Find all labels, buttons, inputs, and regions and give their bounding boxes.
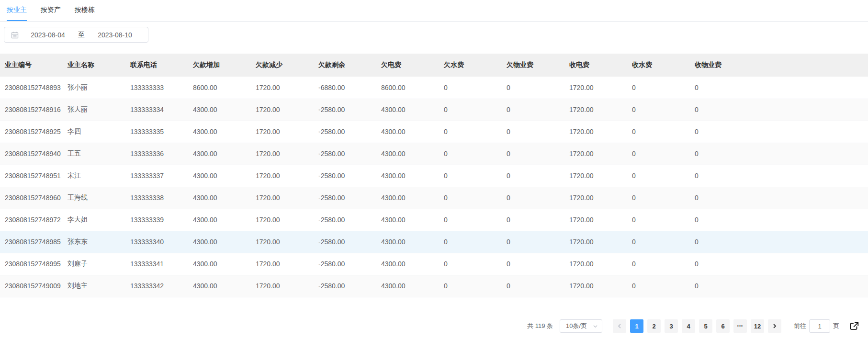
prev-page-button[interactable] [613, 319, 626, 333]
table-cell: 0 [627, 143, 690, 165]
calendar-icon [11, 31, 19, 39]
table-cell: 133333335 [125, 121, 188, 143]
table-cell: 4300.00 [376, 187, 439, 209]
tab-by-owner[interactable]: 按业主 [7, 0, 27, 21]
table-cell: 133333341 [125, 253, 188, 275]
column-header: 欠水费 [439, 54, 502, 77]
table-cell: 1720.00 [564, 143, 627, 165]
table-cell: 0 [690, 253, 868, 275]
table-cell: 0 [439, 99, 502, 121]
export-button[interactable] [849, 320, 860, 332]
page-button-3[interactable]: 3 [665, 319, 678, 333]
filter-bar: 2023-08-04 至 2023-08-10 [0, 22, 868, 43]
table-cell: 0 [439, 209, 502, 231]
pagination-bar: 共 119 条 10条/页 123456•••12 前往 页 [527, 319, 860, 333]
chevron-down-icon [593, 324, 598, 329]
table-cell: 0 [502, 143, 564, 165]
table-cell: 1720.00 [251, 121, 314, 143]
page-button-4[interactable]: 4 [682, 319, 695, 333]
table-cell: 0 [627, 99, 690, 121]
table-cell: 0 [502, 121, 564, 143]
next-page-button[interactable] [768, 319, 781, 333]
table-row: 230808152748960王海线1333333384300.001720.0… [0, 187, 868, 209]
table-cell: 0 [690, 187, 868, 209]
table-cell: 0 [439, 187, 502, 209]
table-cell: 4300.00 [376, 253, 439, 275]
table-cell: 王海线 [63, 187, 125, 209]
table-cell: 4300.00 [188, 209, 251, 231]
table-cell: 133333333 [125, 77, 188, 99]
table-cell: 133333339 [125, 209, 188, 231]
page-button-1[interactable]: 1 [630, 319, 643, 333]
tab-by-building[interactable]: 按楼栋 [75, 0, 95, 21]
table-cell: 刘麻子 [63, 253, 125, 275]
table-cell: 0 [439, 275, 502, 297]
table-cell: 1720.00 [251, 187, 314, 209]
table-cell: 4300.00 [188, 253, 251, 275]
page-more-button[interactable]: ••• [733, 319, 747, 333]
column-header: 欠电费 [376, 54, 439, 77]
table-row: 230808152748985张东东1333333404300.001720.0… [0, 231, 868, 253]
table-cell: 0 [690, 99, 868, 121]
table-cell: 133333334 [125, 99, 188, 121]
owners-arrears-table: 业主编号业主名称联系电话欠款增加欠款减少欠款剩余欠电费欠水费欠物业费收电费收水费… [0, 54, 868, 297]
table-cell: -6880.00 [314, 77, 376, 99]
table-cell: 4300.00 [376, 121, 439, 143]
table-cell: 4300.00 [376, 99, 439, 121]
table-cell: 0 [502, 253, 564, 275]
table-cell: 4300.00 [188, 165, 251, 187]
table-cell: -2580.00 [314, 231, 376, 253]
table-cell: 4300.00 [376, 275, 439, 297]
table-cell: -2580.00 [314, 99, 376, 121]
end-date-input[interactable]: 2023-08-10 [86, 31, 144, 39]
table-cell: 0 [690, 121, 868, 143]
page-button-5[interactable]: 5 [699, 319, 712, 333]
table-cell: 刘地主 [63, 275, 125, 297]
total-count-label: 共 119 条 [527, 322, 553, 330]
column-header: 收电费 [564, 54, 627, 77]
page-button-12[interactable]: 12 [751, 319, 764, 333]
table-cell: 0 [502, 231, 564, 253]
table-cell: 1720.00 [251, 231, 314, 253]
table-cell: 133333337 [125, 165, 188, 187]
table-cell: 0 [627, 165, 690, 187]
table-cell: 0 [502, 77, 564, 99]
table-cell: 0 [627, 187, 690, 209]
column-header: 欠款剩余 [314, 54, 376, 77]
page-button-6[interactable]: 6 [716, 319, 730, 333]
table-cell: 张东东 [63, 231, 125, 253]
table-cell: -2580.00 [314, 121, 376, 143]
page-size-select[interactable]: 10条/页 [560, 319, 602, 333]
table-cell: 1720.00 [251, 253, 314, 275]
table-cell: 0 [439, 231, 502, 253]
table-cell: 0 [690, 165, 868, 187]
table-cell: 4300.00 [188, 143, 251, 165]
table-cell: -2580.00 [314, 253, 376, 275]
table-cell: 0 [690, 77, 868, 99]
column-header: 欠款减少 [251, 54, 314, 77]
table-cell: 1720.00 [251, 143, 314, 165]
tab-by-asset[interactable]: 按资产 [41, 0, 61, 21]
tab-bar: 按业主 按资产 按楼栋 [0, 0, 868, 22]
table-cell: 0 [627, 253, 690, 275]
export-icon [849, 321, 859, 331]
jump-suffix-label: 页 [833, 322, 839, 330]
column-header: 收物业费 [690, 54, 868, 77]
jump-page-input[interactable] [809, 319, 830, 333]
chevron-right-icon [772, 323, 778, 329]
table-cell: -2580.00 [314, 165, 376, 187]
table-cell: 230808152748940 [0, 143, 63, 165]
table-cell: -2580.00 [314, 209, 376, 231]
date-range-picker[interactable]: 2023-08-04 至 2023-08-10 [4, 27, 148, 43]
table-cell: 1720.00 [564, 231, 627, 253]
start-date-input[interactable]: 2023-08-04 [19, 31, 77, 39]
table-row: 230808152748972李大姐1333333394300.001720.0… [0, 209, 868, 231]
table-cell: 0 [690, 143, 868, 165]
table-cell: 宋江 [63, 165, 125, 187]
table-cell: 4300.00 [188, 231, 251, 253]
table-cell: 4300.00 [188, 187, 251, 209]
table-cell: 0 [502, 275, 564, 297]
table-cell: 0 [502, 165, 564, 187]
table-cell: 1720.00 [564, 253, 627, 275]
page-button-2[interactable]: 2 [647, 319, 661, 333]
